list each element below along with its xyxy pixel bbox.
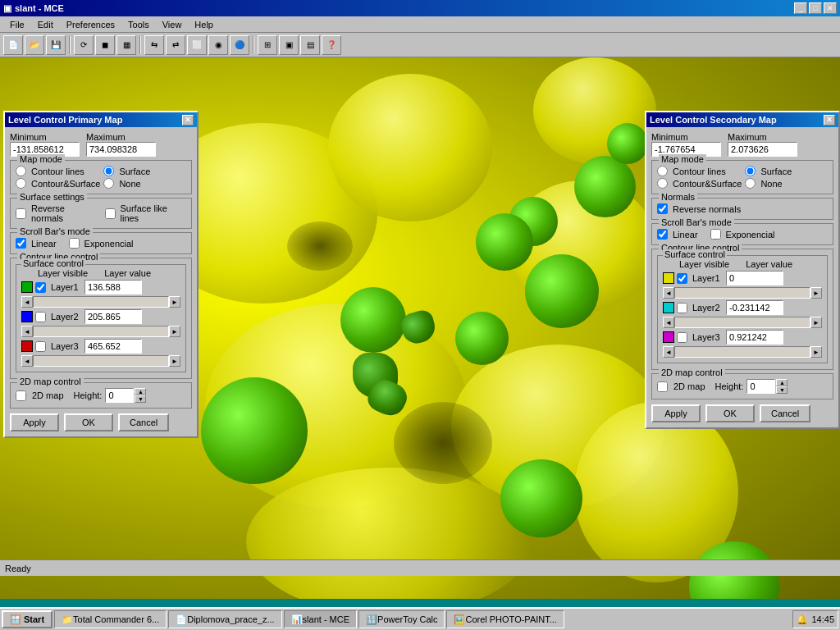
check-reverse-right[interactable] [657, 203, 668, 214]
layer2-scroll-left-btn-right[interactable]: ◄ [663, 317, 674, 328]
layer2-scroll-track-left[interactable] [33, 326, 169, 337]
layer3-scroll-track-left[interactable] [33, 355, 169, 367]
start-button[interactable]: 🪟 Start [2, 610, 52, 628]
layer1-scroll-track-left[interactable] [33, 296, 169, 308]
height-up-right[interactable]: ▲ [776, 379, 788, 386]
toolbar-btn14[interactable]: ▤ [300, 35, 320, 55]
check-2d-left[interactable] [16, 390, 26, 401]
toolbar-btn6[interactable]: ▦ [116, 35, 136, 55]
taskbar-item-2[interactable]: 📊 slant - MCE [284, 610, 357, 628]
layer3-color-right[interactable] [663, 331, 674, 343]
max-input-left[interactable] [86, 142, 156, 157]
menu-view[interactable]: View [156, 18, 189, 31]
radio-contour-left[interactable] [16, 166, 26, 176]
menu-help[interactable]: Help [188, 18, 220, 31]
ok-button-right[interactable]: OK [705, 404, 755, 422]
check-linear-left[interactable] [16, 238, 26, 249]
check-surface-lines-left[interactable] [105, 208, 116, 219]
toolbar-btn7[interactable]: ⇆ [144, 35, 164, 55]
menu-preferences[interactable]: Preferences [60, 18, 121, 31]
dialog-primary-close[interactable]: ✕ [182, 115, 194, 126]
height-input-right[interactable] [746, 379, 775, 394]
toolbar-btn12[interactable]: ⊞ [258, 35, 277, 55]
layer2-check-left[interactable] [35, 312, 46, 322]
maximize-button[interactable]: □ [809, 2, 822, 14]
check-exponential-right[interactable] [710, 229, 721, 240]
layer3-scroll-right-btn-right[interactable]: ► [810, 346, 822, 358]
apply-button-left[interactable]: Apply [10, 413, 59, 431]
layer3-scroll-left-btn-right[interactable]: ◄ [663, 346, 674, 358]
radio-none-left[interactable] [103, 178, 114, 189]
layer1-scroll-right-btn-right[interactable]: ► [810, 287, 822, 299]
height-down-left[interactable]: ▼ [135, 395, 146, 403]
height-input-left[interactable] [105, 388, 134, 403]
radio-none-right[interactable] [745, 178, 756, 189]
check-linear-right[interactable] [657, 229, 668, 240]
dialog-secondary-close[interactable]: ✕ [824, 115, 835, 126]
close-button[interactable]: ✕ [824, 2, 837, 14]
cancel-button-left[interactable]: Cancel [118, 413, 169, 431]
layer3-color-left[interactable] [21, 340, 33, 352]
toolbar-btn15[interactable]: ❓ [322, 35, 341, 55]
layer2-color-right[interactable] [663, 302, 674, 313]
layer1-value-right[interactable] [726, 271, 783, 285]
radio-contour-right[interactable] [657, 166, 668, 176]
radio-surface-left[interactable] [103, 166, 114, 176]
check-2d-right[interactable] [657, 381, 668, 392]
taskbar-item-1[interactable]: 📄 Diplomova_prace_z... [168, 610, 281, 628]
toolbar-btn11[interactable]: 🔵 [230, 35, 249, 55]
layer3-value-left[interactable] [84, 339, 142, 354]
toolbar-btn5[interactable]: ◼ [95, 35, 115, 55]
layer2-color-left[interactable] [21, 311, 33, 322]
layer1-color-right[interactable] [663, 272, 674, 284]
menu-tools[interactable]: Tools [121, 18, 156, 31]
radio-contour-surface-right[interactable] [657, 178, 668, 189]
ok-button-left[interactable]: OK [64, 413, 113, 431]
layer1-check-right[interactable] [677, 273, 687, 284]
taskbar-item-4[interactable]: 🖼️ Corel PHOTO-PAINT... [446, 610, 564, 628]
radio-contour-surface-left[interactable] [16, 178, 26, 189]
toolbar-btn8[interactable]: ⇄ [166, 35, 185, 55]
layer1-check-left[interactable] [35, 282, 46, 293]
toolbar-save[interactable]: 💾 [46, 35, 66, 55]
layer3-check-left[interactable] [35, 341, 46, 352]
layer2-value-right[interactable] [726, 300, 783, 315]
radio-surface-right[interactable] [745, 166, 756, 176]
layer1-scroll-right-btn[interactable]: ► [169, 296, 180, 308]
layer1-value-left[interactable] [84, 280, 142, 294]
layer2-scroll-left-btn[interactable]: ◄ [21, 326, 33, 337]
toolbar-btn4[interactable]: ⟳ [74, 35, 94, 55]
check-exponential-left[interactable] [69, 238, 80, 249]
layer1-scroll-left-btn[interactable]: ◄ [21, 296, 33, 308]
cancel-button-right[interactable]: Cancel [760, 404, 810, 422]
taskbar-item-0[interactable]: 📁 Total Commander 6... [54, 610, 167, 628]
menu-edit[interactable]: Edit [31, 18, 60, 31]
layer3-scroll-track-right[interactable] [674, 346, 810, 358]
taskbar-item-3[interactable]: 🔢 PowerToy Calc [358, 610, 445, 628]
toolbar-btn9[interactable]: ⬜ [187, 35, 207, 55]
dialog-primary: Level Control Primary Map ✕ Minimum Maxi… [3, 111, 199, 438]
layer2-check-right[interactable] [677, 303, 687, 313]
toolbar-open[interactable]: 📂 [25, 35, 44, 55]
toolbar-btn13[interactable]: ▣ [279, 35, 299, 55]
layer1-scroll-left-btn-right[interactable]: ◄ [663, 287, 674, 299]
layer2-scroll-right-btn[interactable]: ► [169, 326, 180, 337]
max-input-right[interactable] [728, 142, 797, 157]
height-up-left[interactable]: ▲ [135, 388, 146, 395]
layer2-scroll-track-right[interactable] [674, 317, 810, 328]
layer3-value-right[interactable] [726, 330, 783, 345]
menu-file[interactable]: File [3, 18, 31, 31]
layer2-value-left[interactable] [84, 309, 142, 324]
layer3-scroll-left-btn[interactable]: ◄ [21, 355, 33, 367]
minimize-button[interactable]: _ [794, 2, 807, 14]
toolbar-new[interactable]: 📄 [3, 35, 23, 55]
apply-button-right[interactable]: Apply [651, 404, 701, 422]
layer1-scroll-track-right[interactable] [674, 287, 810, 299]
check-reverse-left[interactable] [16, 208, 26, 219]
layer2-scroll-right-btn-right[interactable]: ► [810, 317, 822, 328]
layer3-check-right[interactable] [677, 332, 687, 343]
height-down-right[interactable]: ▼ [776, 386, 788, 394]
layer3-scroll-right-btn[interactable]: ► [169, 355, 180, 367]
toolbar-btn10[interactable]: ◉ [208, 35, 228, 55]
layer1-color-left[interactable] [21, 281, 33, 293]
